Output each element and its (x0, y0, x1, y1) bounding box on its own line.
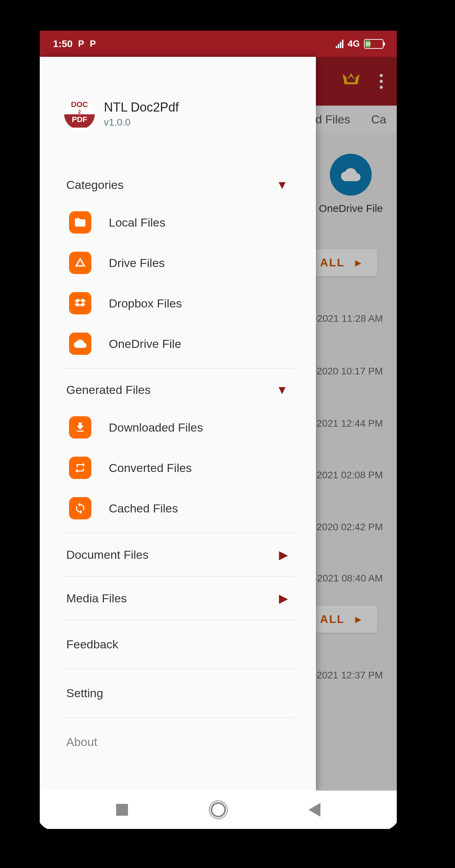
divider (61, 717, 295, 718)
categories-header[interactable]: Categories ▼ (61, 168, 295, 202)
sidebar-item-drive-files[interactable]: Drive Files (61, 243, 295, 283)
notification-icon-1: P (78, 38, 84, 49)
chevron-down-icon: ▼ (276, 178, 288, 192)
android-nav-bar (40, 791, 397, 829)
recents-button[interactable] (116, 804, 128, 816)
navigation-drawer: DOC 2 PDF NTL Doc2Pdf v1.0.0 Categories … (40, 57, 316, 791)
divider (61, 669, 295, 669)
sync-icon (69, 497, 91, 519)
sidebar-item-feedback[interactable]: Feedback (61, 624, 295, 664)
sidebar-item-label: Cached Files (109, 502, 178, 515)
chevron-right-icon: ▶ (279, 548, 288, 562)
feedback-label: Feedback (66, 638, 118, 651)
generated-files-header[interactable]: Generated Files ▼ (61, 373, 295, 407)
divider (61, 576, 295, 577)
sidebar-item-document-files[interactable]: Document Files ▶ (61, 537, 295, 572)
notification-icon-2: P (90, 38, 96, 49)
sidebar-item-label: Drive Files (109, 256, 165, 270)
sidebar-item-about[interactable]: About (61, 722, 295, 762)
sidebar-item-cached-files[interactable]: Cached Files (61, 488, 295, 528)
swap-icon (69, 457, 91, 479)
signal-icon (336, 40, 343, 48)
status-time: 1:50 (53, 38, 73, 50)
network-label: 4G (348, 38, 360, 49)
status-right: 4G 30 (336, 38, 384, 49)
app-logo: DOC 2 PDF (64, 99, 95, 129)
sidebar-item-label: Local Files (109, 216, 166, 229)
app-title-block: NTL Doc2Pdf v1.0.0 (104, 100, 179, 128)
about-label: About (66, 735, 97, 748)
back-button[interactable] (309, 803, 320, 817)
sidebar-item-converted-files[interactable]: Converted Files (61, 448, 295, 488)
generated-files-label: Generated Files (66, 383, 151, 397)
divider (61, 533, 295, 533)
drawer-scrim[interactable] (316, 57, 397, 791)
folder-icon (69, 211, 91, 234)
divider (61, 620, 295, 620)
status-bar: 1:50 P P 4G 30 (40, 31, 397, 57)
sidebar-item-label: Dropbox Files (109, 297, 182, 310)
google-drive-icon (69, 252, 91, 274)
app-title: NTL Doc2Pdf (104, 100, 179, 115)
app-version: v1.0.0 (104, 117, 179, 128)
drawer-header: DOC 2 PDF NTL Doc2Pdf v1.0.0 (40, 57, 316, 129)
document-files-label: Document Files (66, 548, 149, 562)
sidebar-item-media-files[interactable]: Media Files ▶ (61, 581, 295, 616)
divider (61, 368, 295, 368)
sidebar-item-dropbox-files[interactable]: Dropbox Files (61, 283, 295, 323)
battery-level: 30 (365, 40, 370, 47)
chevron-down-icon: ▼ (276, 383, 288, 397)
sidebar-item-downloaded-files[interactable]: Downloaded Files (61, 407, 295, 448)
phone-frame: 1:50 P P 4G 30 (37, 22, 400, 830)
sidebar-item-onedrive-file[interactable]: OneDrive File (61, 323, 295, 364)
setting-label: Setting (66, 686, 103, 700)
sidebar-item-setting[interactable]: Setting (61, 673, 295, 713)
categories-label: Categories (66, 178, 123, 192)
status-left: 1:50 P P (53, 38, 96, 50)
sidebar-item-label: OneDrive File (109, 337, 181, 351)
battery-icon: 30 (364, 39, 384, 49)
sidebar-item-label: Converted Files (109, 461, 192, 475)
dropbox-icon (69, 292, 91, 314)
screen: 1:50 P P 4G 30 (40, 31, 397, 829)
sidebar-item-label: Downloaded Files (109, 421, 203, 434)
sidebar-item-local-files[interactable]: Local Files (61, 202, 295, 243)
chevron-right-icon: ▶ (279, 591, 288, 605)
media-files-label: Media Files (66, 592, 127, 605)
download-icon (69, 416, 91, 439)
home-button[interactable] (211, 802, 226, 817)
cloud-icon (69, 333, 91, 355)
